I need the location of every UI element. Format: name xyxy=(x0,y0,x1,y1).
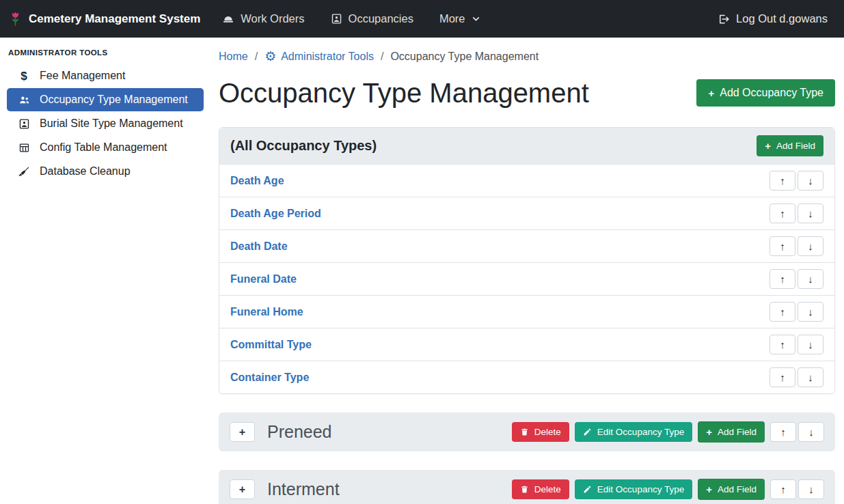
nav-more[interactable]: More xyxy=(439,12,480,25)
sidebar-item-fee-management[interactable]: $ Fee Management xyxy=(7,64,204,87)
pencil-icon xyxy=(583,428,592,436)
table-icon xyxy=(17,142,31,154)
move-up-button[interactable]: ↑ xyxy=(770,335,795,354)
field-row: Funeral Home ↑ ↓ xyxy=(219,295,834,328)
move-up-button[interactable]: ↑ xyxy=(770,236,795,256)
main-nav: Work Orders Occupancies More xyxy=(222,12,480,25)
edit-occupancy-type-button[interactable]: Edit Occupancy Type xyxy=(575,479,692,500)
field-row: Funeral Date ↑ ↓ xyxy=(219,262,834,295)
reorder-controls: ↑ ↓ xyxy=(770,236,823,256)
field-row: Death Age ↑ ↓ xyxy=(219,165,834,197)
occupancies-icon xyxy=(331,13,342,25)
move-up-button[interactable]: ↑ xyxy=(770,479,796,499)
trash-icon xyxy=(520,485,529,494)
plus-icon: + xyxy=(708,88,714,98)
field-row: Committal Type ↑ ↓ xyxy=(219,328,834,361)
move-down-button[interactable]: ↓ xyxy=(798,335,823,354)
all-occupancy-types-card: (All Occupancy Types) + Add Field Death … xyxy=(219,127,835,394)
breadcrumb-administrator-tools[interactable]: ⚙ Administrator Tools xyxy=(264,50,374,63)
section-title: Interment xyxy=(267,479,340,499)
pencil-icon xyxy=(583,485,592,494)
move-up-button[interactable]: ↑ xyxy=(770,302,795,322)
move-up-button[interactable]: ↑ xyxy=(770,422,796,442)
portrait-icon xyxy=(17,118,31,130)
field-link-committal-type[interactable]: Committal Type xyxy=(230,339,312,351)
breadcrumb-home[interactable]: Home xyxy=(219,51,248,63)
move-up-button[interactable]: ↑ xyxy=(770,367,795,387)
field-row: Container Type ↑ ↓ xyxy=(219,361,834,393)
card-header: (All Occupancy Types) + Add Field xyxy=(219,128,834,165)
reorder-controls: ↑ ↓ xyxy=(770,302,823,322)
move-down-button[interactable]: ↓ xyxy=(798,302,823,322)
nav-work-orders[interactable]: Work Orders xyxy=(222,12,304,25)
chevron-down-icon xyxy=(472,14,480,23)
add-occupancy-type-button[interactable]: + Add Occupancy Type xyxy=(696,79,835,107)
reorder-controls: ↑ ↓ xyxy=(770,422,824,442)
work-orders-icon xyxy=(222,13,234,25)
logo-flower-icon xyxy=(8,11,23,27)
sidebar-item-database-cleanup[interactable]: Database Cleanup xyxy=(7,160,204,183)
broom-icon xyxy=(17,165,31,178)
title-row: Occupancy Type Management + Add Occupanc… xyxy=(219,76,835,109)
section-actions: Delete Edit Occupancy Type +Add Field ↑ … xyxy=(512,421,824,443)
sidebar-item-config-table-management[interactable]: Config Table Management xyxy=(7,136,204,159)
reorder-controls: ↑ ↓ xyxy=(770,367,823,387)
move-down-button[interactable]: ↓ xyxy=(798,367,823,387)
field-link-container-type[interactable]: Container Type xyxy=(230,372,309,384)
expand-button[interactable]: + xyxy=(230,422,255,442)
add-field-button[interactable]: + Add Field xyxy=(757,135,823,156)
field-rows: Death Age ↑ ↓ Death Age Period ↑ ↓ Death… xyxy=(219,165,834,393)
breadcrumb-separator: / xyxy=(381,51,383,63)
field-row: Death Age Period ↑ ↓ xyxy=(219,197,834,229)
breadcrumb-separator: / xyxy=(255,51,258,63)
field-link-funeral-home[interactable]: Funeral Home xyxy=(230,306,303,318)
plus-icon: + xyxy=(706,484,712,494)
breadcrumb-current: Occupancy Type Management xyxy=(390,51,539,63)
breadcrumb: Home / ⚙ Administrator Tools / Occupancy… xyxy=(219,50,835,63)
reorder-controls: ↑ ↓ xyxy=(770,269,823,289)
move-down-button[interactable]: ↓ xyxy=(798,204,823,223)
logout-icon xyxy=(718,13,730,25)
plus-icon: + xyxy=(706,427,712,437)
brand-title: Cemetery Management System xyxy=(29,12,200,26)
move-down-button[interactable]: ↓ xyxy=(798,236,823,256)
occupancy-type-section-interment: + Interment Delete Edit Occupancy Type +… xyxy=(219,470,835,504)
field-link-death-age[interactable]: Death Age xyxy=(230,175,284,187)
move-down-button[interactable]: ↓ xyxy=(798,269,823,289)
dollar-icon: $ xyxy=(17,70,31,82)
sidebar: ADMINISTRATOR TOOLS $ Fee Management Occ… xyxy=(0,38,210,504)
top-navbar: Cemetery Management System Work Orders O… xyxy=(0,0,844,38)
sidebar-item-occupancy-type-management[interactable]: Occupancy Type Management xyxy=(7,88,204,111)
logout-link[interactable]: Log Out d.gowans xyxy=(718,12,828,25)
sidebar-item-burial-site-type-management[interactable]: Burial Site Type Management xyxy=(7,112,204,135)
move-up-button[interactable]: ↑ xyxy=(770,171,795,191)
occupancy-type-section-preneed: + Preneed Delete Edit Occupancy Type +Ad… xyxy=(219,412,835,451)
gear-icon: ⚙ xyxy=(264,50,276,63)
page-title: Occupancy Type Management xyxy=(219,76,589,109)
field-row: Death Date ↑ ↓ xyxy=(219,229,834,262)
edit-occupancy-type-button[interactable]: Edit Occupancy Type xyxy=(575,422,692,443)
card-title: (All Occupancy Types) xyxy=(230,138,377,154)
reorder-controls: ↑ ↓ xyxy=(770,479,824,499)
move-up-button[interactable]: ↑ xyxy=(770,269,795,289)
plus-icon: + xyxy=(765,141,771,151)
delete-button[interactable]: Delete xyxy=(512,422,569,443)
add-field-button[interactable]: +Add Field xyxy=(698,479,765,500)
move-up-button[interactable]: ↑ xyxy=(770,204,795,223)
move-down-button[interactable]: ↓ xyxy=(798,171,823,191)
nav-occupancies[interactable]: Occupancies xyxy=(331,12,413,25)
sidebar-items: $ Fee Management Occupancy Type Manageme… xyxy=(0,64,210,183)
add-field-button[interactable]: +Add Field xyxy=(698,421,765,443)
move-down-button[interactable]: ↓ xyxy=(798,479,824,499)
expand-button[interactable]: + xyxy=(230,479,255,499)
reorder-controls: ↑ ↓ xyxy=(770,171,823,191)
type-sections: + Preneed Delete Edit Occupancy Type +Ad… xyxy=(219,412,835,504)
field-link-death-age-period[interactable]: Death Age Period xyxy=(230,208,321,220)
field-link-funeral-date[interactable]: Funeral Date xyxy=(230,273,297,285)
main-content: Home / ⚙ Administrator Tools / Occupancy… xyxy=(210,38,844,504)
users-icon xyxy=(17,94,31,106)
field-link-death-date[interactable]: Death Date xyxy=(230,240,288,253)
brand[interactable]: Cemetery Management System xyxy=(8,11,200,27)
move-down-button[interactable]: ↓ xyxy=(798,422,824,442)
delete-button[interactable]: Delete xyxy=(512,479,569,500)
